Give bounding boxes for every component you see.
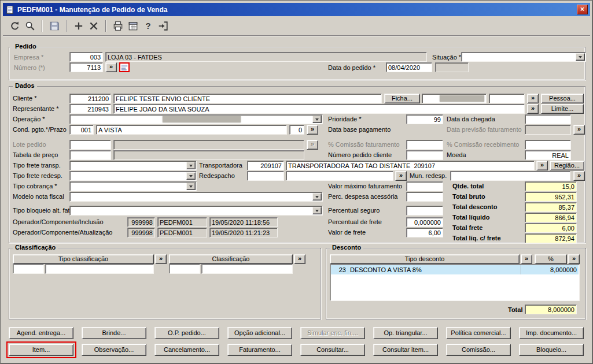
- perc-despesa-field[interactable]: [406, 192, 443, 202]
- empresa-code-field[interactable]: 003: [69, 52, 103, 62]
- agend-entrega-button[interactable]: Agend. entrega...: [9, 327, 73, 339]
- data-previsao-zoom-button[interactable]: »: [573, 125, 585, 135]
- redespacho-code-field[interactable]: [247, 171, 284, 181]
- transportadora-zoom-button[interactable]: »: [536, 161, 548, 170]
- consultar-button[interactable]: Consultar...: [300, 344, 365, 356]
- cliente-name-field[interactable]: FELIPE TESTE ENVIO CLIENTE: [113, 94, 382, 103]
- comissao-rec-field[interactable]: [525, 140, 571, 150]
- frete-redesp-select[interactable]: [69, 171, 197, 181]
- bloqueio-button[interactable]: Bloqueio...: [519, 344, 584, 356]
- transportadora-code-field[interactable]: 209107: [247, 161, 284, 170]
- regiao-button[interactable]: Região...: [550, 161, 584, 170]
- classificacao-zoom-button[interactable]: »: [294, 254, 305, 264]
- close-button[interactable]: ×: [577, 5, 588, 14]
- data-pedido-field[interactable]: 08/04/2020: [386, 62, 432, 72]
- numero-field[interactable]: 7113: [69, 62, 103, 72]
- total-liq-frete-field: 872,94: [525, 233, 577, 243]
- comissao-rec-label: % Comissão recebimento: [447, 141, 519, 148]
- valor-max-label: Valor máximo faturamento: [328, 183, 402, 190]
- desconto-row[interactable]: 23 DESCONTO A VISTA 8% 8,000000: [331, 265, 579, 274]
- redespacho-zoom-button[interactable]: »: [395, 171, 407, 181]
- percent-zoom-button[interactable]: »: [568, 254, 580, 264]
- numero-zoom-button[interactable]: »: [105, 62, 117, 72]
- situacao-label: Situação *: [432, 54, 461, 61]
- comissao-fat-field[interactable]: [406, 140, 443, 150]
- total-liquido-label: Total líquido: [452, 214, 490, 221]
- desconto-list: 23 DESCONTO A VISTA 8% 8,000000: [330, 264, 580, 301]
- chevron-down-icon: [186, 172, 196, 180]
- representante-zoom-button[interactable]: »: [527, 104, 539, 114]
- num-pedido-cliente-field[interactable]: [406, 150, 443, 160]
- modelo-nf-select[interactable]: [69, 192, 323, 202]
- pessoa-button[interactable]: Pessoa...: [541, 94, 584, 103]
- mun-redesp-zoom-button[interactable]: »: [573, 171, 585, 181]
- representante-code-field[interactable]: 210943: [69, 104, 111, 114]
- ficha-button[interactable]: Ficha...: [384, 94, 420, 103]
- lote-field[interactable]: [69, 140, 111, 150]
- calendar-button[interactable]: [126, 18, 141, 34]
- classificacao-group: Classificação Tipo classificação » Class…: [9, 248, 321, 320]
- tipo-classificacao-zoom-button[interactable]: »: [155, 254, 167, 264]
- chevron-down-icon: [186, 183, 196, 190]
- redespacho-name-field[interactable]: [286, 171, 393, 181]
- prioridade-field[interactable]: 99: [406, 114, 443, 124]
- comissao-button[interactable]: Comissão...: [446, 344, 511, 356]
- mun-redesp-field[interactable]: [450, 171, 570, 181]
- cond-pgto-desc-field[interactable]: A VISTA: [96, 125, 287, 135]
- num-pedido-cliente-label: Número pedido cliente: [328, 151, 392, 159]
- imp-documento-button[interactable]: Imp. documento...: [519, 327, 584, 339]
- tipo-classificacao-code-cell[interactable]: [13, 264, 44, 274]
- classificacao-code-cell[interactable]: [169, 264, 200, 274]
- desconto-total-field: 8,000000: [525, 304, 577, 314]
- perc-seguro-field[interactable]: [406, 206, 443, 216]
- tipo-desconto-zoom-button[interactable]: »: [521, 254, 532, 264]
- printer-icon: [113, 21, 123, 31]
- desconto-pct-cell: 8,000000: [521, 265, 579, 274]
- tabela-preco-field[interactable]: [69, 150, 111, 160]
- valor-max-field[interactable]: [406, 181, 443, 191]
- numero-detail-icon[interactable]: [119, 62, 130, 72]
- print-button[interactable]: [111, 18, 126, 34]
- cond-pgto-zoom-button[interactable]: »: [307, 125, 318, 135]
- transportadora-name-field[interactable]: TRANSPORTADORA TAO TAO DISTANTE 209107: [286, 161, 535, 170]
- situacao-select[interactable]: Em andamento: [461, 52, 586, 62]
- save-button[interactable]: [47, 18, 62, 34]
- cobranca-select[interactable]: Carteira: [69, 181, 197, 191]
- op-pedido-button[interactable]: O.P. pedido...: [154, 327, 219, 339]
- cancelamento-button[interactable]: Cancelamento...: [154, 344, 219, 356]
- brinde-button[interactable]: Brinde...: [82, 327, 146, 339]
- data-chegada-field[interactable]: [525, 114, 571, 124]
- observacao-button[interactable]: Observação...: [82, 344, 146, 356]
- prioridade-label: Prioridade *: [328, 116, 361, 123]
- classificacao-cell[interactable]: [201, 264, 293, 274]
- bloqueio-select[interactable]: Bloquear alteração no parcelamento e no …: [69, 206, 323, 216]
- modelo-nf-label: Modelo nota fiscal: [13, 193, 64, 200]
- search-button[interactable]: [23, 18, 38, 34]
- operacao-select[interactable]: 228 - REQUISICAO DE VENDA: [69, 114, 323, 124]
- faturamento-button[interactable]: Faturamento...: [227, 344, 292, 356]
- exit-button[interactable]: [156, 18, 171, 34]
- cliente-zoom-button[interactable]: »: [527, 94, 539, 103]
- representante-name-field[interactable]: FELIPE JOAO DA SILVA SOUZA: [113, 104, 525, 114]
- cliente-extra-field[interactable]: 604: [422, 94, 487, 103]
- cliente-code-field[interactable]: 211200: [69, 94, 111, 103]
- prazo-field[interactable]: 0: [289, 125, 304, 135]
- perc-frete-label: Percentual de frete: [328, 218, 382, 226]
- cliente-extra2-field[interactable]: [489, 94, 525, 103]
- cond-pgto-code-field[interactable]: 001: [69, 125, 94, 135]
- consultar-item-button[interactable]: Consultar item...: [373, 344, 438, 356]
- opcao-adicional-button[interactable]: Opção adicional...: [227, 327, 292, 339]
- limite-button[interactable]: Limite...: [541, 104, 584, 114]
- help-button[interactable]: ?: [141, 18, 156, 34]
- frete-transp-select[interactable]: Contratado por conta Remetente (CIF): [69, 161, 197, 170]
- op-triangular-button[interactable]: Op. triangular...: [373, 327, 438, 339]
- title-bar[interactable]: PEDFM001 - Manutenção de Pedido de Venda…: [3, 3, 590, 16]
- tipo-classificacao-cell[interactable]: [45, 264, 154, 274]
- cliente-extra-value: 604: [434, 103, 445, 103]
- perc-frete-field[interactable]: 0,000000: [406, 217, 443, 227]
- undo-button[interactable]: [8, 18, 23, 34]
- valor-frete-field[interactable]: 6,00: [406, 228, 443, 237]
- delete-button[interactable]: [86, 18, 101, 34]
- add-button[interactable]: [71, 18, 86, 34]
- politica-comercial-button[interactable]: Política comercial...: [446, 327, 511, 339]
